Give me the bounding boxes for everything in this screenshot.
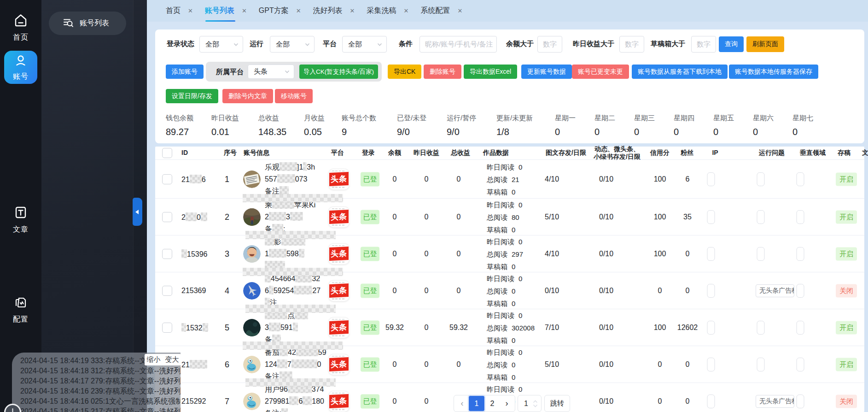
sidebar-item-account[interactable]: 账号 xyxy=(4,51,37,84)
issue-input[interactable] xyxy=(757,172,765,186)
refresh-button[interactable]: 刷新页面 xyxy=(746,36,784,52)
add-account-button[interactable]: 添加账号 xyxy=(166,65,204,79)
vertical-input[interactable] xyxy=(797,172,804,186)
col-info: 账号信息 xyxy=(244,149,269,157)
works-line: 总阅读302008 xyxy=(487,321,535,334)
vertical-input[interactable] xyxy=(797,210,804,224)
login-status-select[interactable]: 全部 xyxy=(199,36,243,53)
cell-total: 0 xyxy=(457,360,461,369)
download-from-server-button[interactable]: 账号数据从服务器下载到本地 xyxy=(632,65,728,79)
platform-badge-toutiao: 头条 xyxy=(329,391,349,412)
condition-placeholder: 昵称/账号/手机号/备注 xyxy=(425,40,493,49)
vertical-input[interactable] xyxy=(797,394,804,408)
col-ip: IP xyxy=(712,149,718,156)
row-checkbox[interactable] xyxy=(162,286,172,296)
ip-input[interactable] xyxy=(707,247,715,261)
balance-gt-input[interactable]: 数字 xyxy=(537,36,562,53)
tab-3[interactable]: GPT方案 ✕ xyxy=(259,0,301,22)
row-checkbox[interactable] xyxy=(162,323,172,333)
spinner-arrows[interactable] xyxy=(533,400,538,407)
works-line: 草稿箱0 xyxy=(487,297,522,309)
ip-input[interactable] xyxy=(707,172,715,186)
next-page-arrow[interactable]: › xyxy=(500,399,513,408)
account-number: 12470 xyxy=(265,359,326,371)
upload-to-server-button[interactable]: 账号数据本地传服务器保存 xyxy=(729,65,818,79)
page-2[interactable]: 2 xyxy=(484,396,500,411)
issue-input[interactable] xyxy=(757,247,765,261)
ip-input[interactable] xyxy=(707,394,715,408)
close-icon[interactable]: ✕ xyxy=(296,7,301,14)
tab-1[interactable]: 首页 ✕ xyxy=(166,0,193,22)
sidebar-item-config[interactable]: 配置 xyxy=(0,295,41,324)
move-account-button[interactable]: 移动账号 xyxy=(275,89,313,103)
vertical-input[interactable] xyxy=(797,284,804,298)
vertical-input[interactable] xyxy=(797,321,804,335)
page-jump-input[interactable]: 1 xyxy=(518,395,542,412)
issue-input[interactable]: 无头条广告权 xyxy=(756,395,794,408)
collapse-handle[interactable] xyxy=(133,198,142,226)
platform-group-select[interactable]: 头条 xyxy=(248,65,294,79)
ip-input[interactable] xyxy=(707,321,715,335)
cell-account-info: 影 1598 xyxy=(265,236,305,272)
run-select[interactable]: 全部 xyxy=(270,36,315,53)
works-line: 昨日阅读0 xyxy=(487,383,522,395)
issue-input[interactable] xyxy=(757,321,765,335)
platform-select[interactable]: 全部 xyxy=(342,36,387,53)
query-button[interactable]: 查询 xyxy=(719,36,744,52)
row-checkbox[interactable] xyxy=(162,174,172,184)
set-limit-button[interactable]: 设置日限/存发 xyxy=(166,89,218,103)
row-checkbox[interactable] xyxy=(162,212,172,222)
export-ck-button[interactable]: 导出CK xyxy=(388,65,421,79)
draftbox-gt-input[interactable]: 数字 xyxy=(691,36,716,53)
tab-label: GPT方案 xyxy=(259,6,289,16)
page-jump-button[interactable]: 跳转 xyxy=(544,395,570,412)
tab-2[interactable]: 账号列表 ✕ xyxy=(205,0,247,22)
platform-badge-toutiao: 头条 xyxy=(329,318,349,338)
cell-pic-limit: 7/10 xyxy=(545,324,559,332)
history-clock-button[interactable] xyxy=(4,404,21,412)
tab-6[interactable]: 系统配置 ✕ xyxy=(420,0,462,22)
delete-articles-button[interactable]: 删除号内文章 xyxy=(222,89,273,103)
ip-input[interactable] xyxy=(707,210,715,224)
close-icon[interactable]: ✕ xyxy=(457,7,462,14)
ip-input[interactable] xyxy=(707,358,715,371)
filter-card: 登录状态 全部 运行 全部 平台 全部 条件 昵称/账号/手机号/备注 余额大于… xyxy=(155,29,864,143)
changed-not-updated-button[interactable]: 账号已更变未更 xyxy=(572,65,629,79)
platform-group-label: 所属平台 xyxy=(216,68,244,77)
prev-page-arrow[interactable]: ‹ xyxy=(455,399,469,408)
issue-input[interactable] xyxy=(757,210,765,224)
import-ck-button[interactable]: 导入CK(暂支持头条/百家) xyxy=(299,65,378,79)
tab-4[interactable]: 洗好列表 ✕ xyxy=(313,0,355,22)
censor-mosaic-band xyxy=(245,378,336,387)
issue-input[interactable]: 无头条广告权 xyxy=(756,284,794,297)
update-account-button[interactable]: 更新账号数据 xyxy=(521,65,572,79)
close-icon[interactable]: ✕ xyxy=(188,7,193,14)
ip-input[interactable] xyxy=(707,284,715,298)
log-zoom-in-button[interactable]: 变大 xyxy=(165,355,179,364)
close-icon[interactable]: ✕ xyxy=(404,7,409,14)
cell-id: 20 xyxy=(181,212,207,222)
vertical-input[interactable] xyxy=(797,358,804,371)
export-excel-button[interactable]: 导出数据Excel xyxy=(464,65,517,79)
select-all-checkbox[interactable] xyxy=(162,148,172,158)
run-label: 运行 xyxy=(250,40,263,48)
row-checkbox[interactable] xyxy=(162,249,172,259)
close-icon[interactable]: ✕ xyxy=(242,7,247,14)
delete-account-button[interactable]: 删除账号 xyxy=(424,65,461,79)
condition-input[interactable]: 昵称/账号/手机号/备注 xyxy=(419,36,497,53)
cell-works: 昨日阅读0总阅读80草稿箱0 xyxy=(487,198,522,235)
vertical-input[interactable] xyxy=(797,247,804,261)
log-zoom-out-button[interactable]: 缩小 xyxy=(147,355,161,364)
yesterday-gt-input[interactable]: 数字 xyxy=(619,36,644,53)
tab-5[interactable]: 采集洗稿 ✕ xyxy=(367,0,409,22)
menu-search-pill[interactable]: 账号列表 xyxy=(49,12,126,35)
platform-label: 平台 xyxy=(323,40,337,48)
draft-status-badge: 开启 xyxy=(836,210,857,224)
issue-input[interactable] xyxy=(757,358,765,371)
stat-label: 已登/未登 xyxy=(397,114,426,123)
close-icon[interactable]: ✕ xyxy=(350,7,355,14)
page-1[interactable]: 1 xyxy=(469,396,484,411)
sidebar-item-home[interactable]: 首页 xyxy=(0,13,41,42)
cell-dyn-limit: 0/10 xyxy=(599,360,613,369)
sidebar-item-article[interactable]: 文章 xyxy=(0,205,41,235)
